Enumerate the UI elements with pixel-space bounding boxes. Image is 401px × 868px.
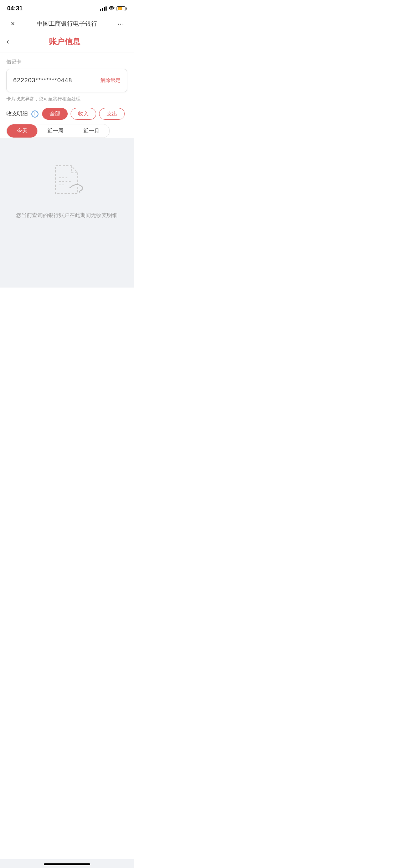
card-status-note: 卡片状态异常，您可至我行柜面处理 [6,96,127,102]
battery-icon: ⚡ [117,6,127,11]
filter-all-button[interactable]: 全部 [42,108,68,120]
status-time: 04:31 [7,5,22,12]
nav-bar: × 中国工商银行电子银行 ··· [0,14,134,33]
transaction-filter-label: 收支明细 [6,110,28,117]
time-month-button[interactable]: 近一月 [73,124,109,138]
more-button[interactable]: ··· [114,17,127,30]
status-icons: ⚡ [100,6,127,11]
filter-expense-button[interactable]: 支出 [99,108,125,120]
wifi-icon [109,6,114,11]
back-button[interactable]: ‹ [6,37,9,46]
filter-income-button[interactable]: 收入 [71,108,96,120]
time-filter: 今天 近一周 近一月 [6,124,110,138]
content-area: 借记卡 622203********0448 解除绑定 卡片状态异常，您可至我行… [0,52,134,138]
unbind-button[interactable]: 解除绑定 [101,77,120,84]
info-icon[interactable]: i [31,110,38,118]
empty-state-message: 您当前查询的银行账户在此期间无收支明细 [16,212,118,219]
card-row: 622203********0448 解除绑定 [6,69,127,92]
empty-state-area: 您当前查询的银行账户在此期间无收支明细 [0,138,134,288]
info-icon-label: i [34,112,35,117]
filter-buttons: 全部 收入 支出 [42,108,125,120]
nav-title: 中国工商银行电子银行 [19,20,114,28]
empty-icon [46,159,88,203]
page-header: ‹ 账户信息 [0,33,134,52]
section-label: 借记卡 [6,59,127,65]
transaction-filter-header: 收支明细 i 全部 收入 支出 [6,108,127,120]
time-week-button[interactable]: 近一周 [37,124,73,138]
status-bar: 04:31 ⚡ [0,0,134,14]
card-number: 622203********0448 [13,77,72,84]
page-title: 账户信息 [12,36,117,47]
close-button[interactable]: × [6,17,19,30]
signal-icon [100,6,107,11]
time-today-button[interactable]: 今天 [7,124,37,138]
